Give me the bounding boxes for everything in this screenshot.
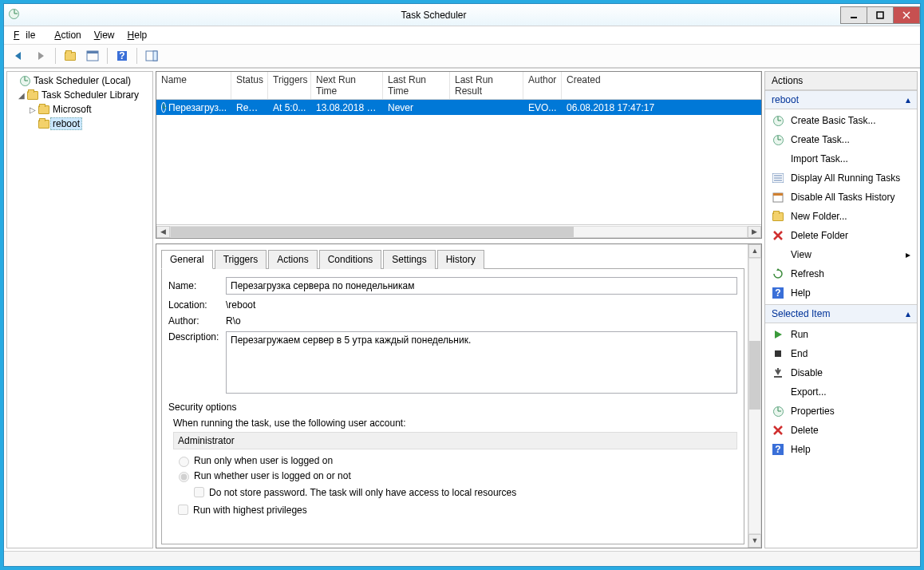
security-user: Administrator [173,432,737,449]
history-icon [772,191,784,204]
up-button[interactable] [61,46,80,65]
folder-icon [772,210,784,223]
menu-help[interactable]: Help [121,28,154,42]
scroll-down-icon[interactable]: ▼ [748,534,761,548]
properties-icon [772,405,784,418]
tab-general[interactable]: General [161,250,213,269]
disable-icon [772,366,784,379]
toggle-pane-button[interactable] [83,46,102,65]
submenu-arrow-icon: ▸ [906,249,910,260]
action-delete-folder[interactable]: Delete Folder [765,226,917,245]
action-help-2[interactable]: ?Help [765,440,917,459]
col-lastrun[interactable]: Last Run Time [383,72,450,99]
task-scheduler-window: Task Scheduler File Action View Help ? T… [3,3,921,567]
action-end[interactable]: End [765,344,917,363]
tab-settings[interactable]: Settings [383,250,435,269]
tab-triggers[interactable]: Triggers [215,250,267,269]
action-new-folder[interactable]: New Folder... [765,207,917,226]
action-display-running[interactable]: Display All Running Tasks [765,168,917,188]
toolbar: ? [4,44,920,68]
window-title: Task Scheduler [26,10,841,21]
scroll-right-icon[interactable]: ▶ [748,226,761,238]
action-create-basic-task[interactable]: Create Basic Task... [765,111,917,130]
refresh-icon [772,267,784,280]
menu-action[interactable]: Action [48,28,87,42]
clock-icon [18,74,31,87]
action-run[interactable]: Run [765,325,917,344]
name-field[interactable]: Перезагрузка сервера по понедельникам [226,277,737,295]
app-icon [9,9,22,22]
location-value: \reboot [226,299,737,311]
folder-icon [38,117,50,130]
action-create-task[interactable]: Create Task... [765,130,917,149]
menubar: File Action View Help [4,26,920,44]
col-status[interactable]: Status [231,72,268,99]
blank-icon [772,152,784,165]
minimize-button[interactable] [840,6,867,24]
action-help[interactable]: ?Help [765,283,917,303]
action-disable-history[interactable]: Disable All Tasks History [765,188,917,207]
actions-pane: Actions reboot▴ Create Basic Task... Cre… [764,71,918,548]
blank-icon [772,248,784,261]
action-refresh[interactable]: Refresh [765,264,917,283]
location-label: Location: [168,299,226,311]
scroll-thumb[interactable] [171,227,574,237]
actions-section-selected[interactable]: Selected Item▴ [765,304,917,323]
menu-view[interactable]: View [88,28,121,42]
grid-header: Name Status Triggers Next Run Time Last … [156,72,761,100]
action-export[interactable]: Export... [765,382,917,402]
description-label: Description: [168,331,226,342]
tab-conditions[interactable]: Conditions [319,250,382,269]
author-label: Author: [168,315,226,327]
col-author[interactable]: Author [523,72,562,99]
task-icon [772,133,784,146]
run-icon [772,328,784,341]
tab-actions[interactable]: Actions [268,250,317,269]
action-disable[interactable]: Disable [765,363,917,382]
scroll-up-icon[interactable]: ▲ [748,244,761,258]
tree-microsoft[interactable]: Microsoft [50,103,94,116]
action-view[interactable]: View▸ [765,245,917,264]
col-nextrun[interactable]: Next Run Time [311,72,383,99]
actions-header: Actions [765,72,917,90]
task-properties-pane: General Triggers Actions Conditions Sett… [156,243,762,548]
task-icon [161,102,166,113]
tab-history[interactable]: History [437,250,484,269]
action-pane-button[interactable] [142,46,161,65]
author-value: R\o [226,315,737,327]
expand-toggle[interactable]: ▷ [28,105,38,114]
back-button[interactable] [9,46,28,65]
svg-rect-20 [775,350,781,357]
check-highest [178,505,188,515]
forward-button[interactable] [31,46,50,65]
action-import-task[interactable]: Import Task... [765,149,917,168]
titlebar: Task Scheduler [4,4,920,26]
maximize-button[interactable] [867,6,894,24]
delete-icon [772,424,784,437]
tree-library[interactable]: Task Scheduler Library [39,89,141,101]
stop-icon [772,347,784,360]
menu-file[interactable]: File [7,28,48,42]
radio-loggedon [179,457,189,467]
task-row[interactable]: Перезагруз... Ready At 5:0... 13.08.2018… [156,100,761,115]
help-button[interactable]: ? [113,46,132,65]
expand-toggle[interactable]: ◢ [17,91,26,100]
action-properties[interactable]: Properties [765,402,917,421]
tree-reboot[interactable]: reboot [50,117,82,130]
col-name[interactable]: Name [156,72,231,99]
tree-root[interactable]: Task Scheduler (Local) [31,74,133,87]
action-delete[interactable]: Delete [765,421,917,440]
tree-pane[interactable]: Task Scheduler (Local) ◢Task Scheduler L… [6,71,153,548]
col-created[interactable]: Created [562,72,761,99]
vertical-scrollbar[interactable]: ▲ ▼ [748,244,761,548]
col-triggers[interactable]: Triggers [268,72,311,99]
col-lastresult[interactable]: Last Run Result [450,72,523,99]
description-field[interactable]: Перезагружаем сервер в 5 утра каждый пон… [226,331,737,394]
scroll-left-icon[interactable]: ◀ [156,226,170,238]
actions-section-reboot[interactable]: reboot▴ [765,90,917,109]
task-grid: Name Status Triggers Next Run Time Last … [156,71,762,239]
close-button[interactable] [893,6,920,24]
horizontal-scrollbar[interactable]: ◀ ▶ [156,224,761,238]
help-icon: ? [772,443,784,456]
scroll-thumb[interactable] [749,341,760,410]
